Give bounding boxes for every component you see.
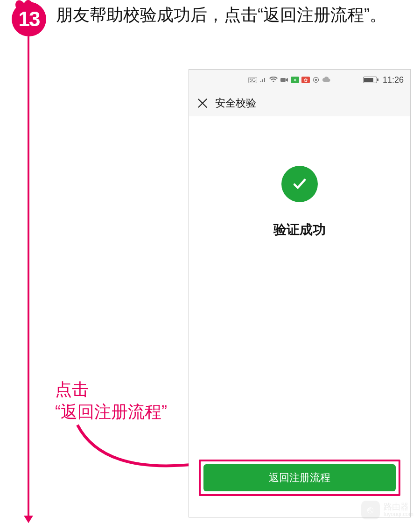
content-area: 验证成功 返回注册流程 bbox=[189, 116, 410, 517]
annotation-line2: “返回注册流程” bbox=[55, 401, 167, 423]
primary-button-label: 返回注册流程 bbox=[269, 471, 330, 485]
navbar: 安全校验 bbox=[189, 90, 410, 116]
camera-icon bbox=[280, 77, 288, 83]
status-icons: 5G ✦ ✿ bbox=[248, 77, 330, 83]
svg-rect-1 bbox=[280, 78, 286, 82]
success-title: 验证成功 bbox=[189, 221, 410, 239]
annotation-text: 点击 “返回注册流程” bbox=[55, 378, 167, 423]
annotation-line1: 点击 bbox=[55, 378, 167, 401]
status-time: 11:26 bbox=[383, 75, 404, 85]
timeline-line bbox=[28, 36, 29, 517]
network-5g-label: 5G bbox=[248, 77, 257, 83]
navbar-title: 安全校验 bbox=[215, 96, 256, 110]
wifi-icon bbox=[269, 77, 278, 83]
app-badge-green-icon: ✦ bbox=[291, 77, 299, 83]
app-badge-red-icon: ✿ bbox=[301, 77, 310, 83]
step-number: 13 bbox=[19, 7, 40, 31]
watermark-sub: luyouqi.com bbox=[384, 511, 413, 517]
highlight-frame: 返回注册流程 bbox=[199, 460, 400, 496]
step-badge: 13 bbox=[12, 2, 46, 36]
step-instruction: 朋友帮助校验成功后，点击“返回注册流程”。 bbox=[56, 3, 406, 27]
battery-icon bbox=[363, 77, 377, 83]
close-icon[interactable] bbox=[197, 98, 208, 108]
signal-icon bbox=[259, 77, 267, 83]
watermark-title: 路由器 bbox=[384, 503, 413, 511]
watermark-icon: ⎋ bbox=[361, 501, 380, 519]
return-registration-button[interactable]: 返回注册流程 bbox=[203, 464, 396, 491]
svg-point-3 bbox=[315, 79, 317, 81]
phone-mockup: 5G ✦ ✿ 11:26 安全校验 bbox=[189, 69, 411, 517]
status-bar: 5G ✦ ✿ 11:26 bbox=[189, 70, 410, 90]
cloud-icon bbox=[322, 77, 330, 83]
watermark: ⎋ 路由器 luyouqi.com bbox=[361, 501, 413, 519]
success-check-icon bbox=[281, 166, 318, 202]
eye-icon bbox=[312, 77, 320, 83]
